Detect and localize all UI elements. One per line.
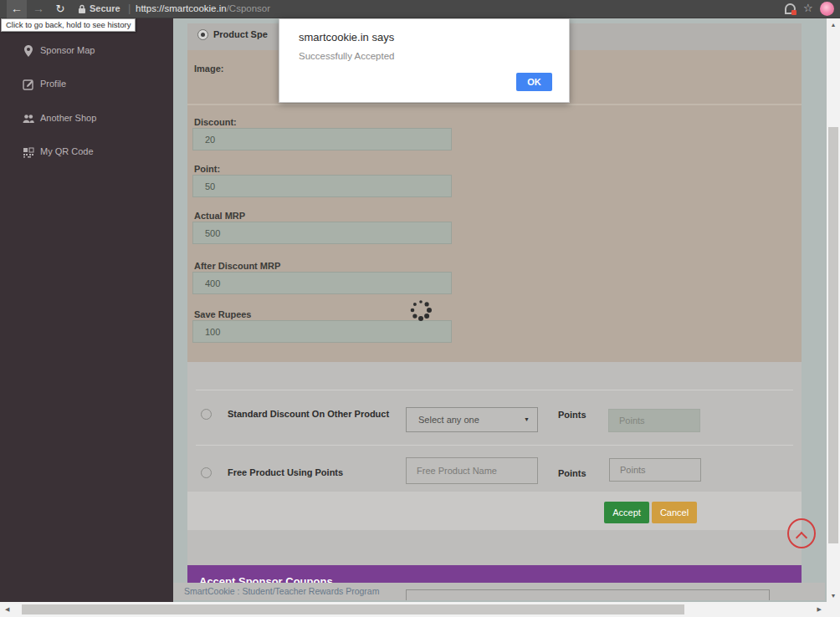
standard-discount-select[interactable]: Select any one ▼ bbox=[406, 407, 538, 432]
image-label: Image: bbox=[194, 64, 223, 74]
footer-text: SmartCookie : Student/Teacher Rewards Pr… bbox=[184, 586, 379, 596]
free-product-radio[interactable] bbox=[201, 467, 212, 478]
scrollbar-corner bbox=[827, 602, 840, 617]
cancel-button[interactable]: Cancel bbox=[652, 502, 697, 523]
actual-mrp-input[interactable] bbox=[192, 222, 452, 244]
sidebar-item-label: Another Shop bbox=[40, 113, 96, 123]
standard-points-input[interactable] bbox=[608, 409, 700, 432]
bookmark-star-icon[interactable]: ☆ bbox=[803, 2, 813, 14]
chevron-up-icon bbox=[796, 532, 807, 543]
action-button-band: Accept Cancel bbox=[187, 492, 802, 530]
sidebar-item-label: My QR Code bbox=[40, 146, 94, 156]
discount-label: Discount: bbox=[194, 117, 237, 127]
page-background-right-strip bbox=[802, 18, 827, 583]
standard-discount-label: Standard Discount On Other Product bbox=[228, 409, 389, 419]
profile-avatar[interactable] bbox=[820, 2, 834, 16]
loading-spinner-icon bbox=[408, 298, 433, 323]
back-button[interactable]: ← bbox=[7, 0, 27, 18]
separator bbox=[196, 445, 793, 446]
forward-button[interactable]: → bbox=[28, 0, 49, 18]
accept-coupon-panel: Product Spe Image: Discount: Point: Actu… bbox=[187, 23, 802, 583]
after-discount-mrp-label: After Discount MRP bbox=[194, 261, 280, 271]
separator bbox=[196, 390, 793, 390]
product-specific-label: Product Spe bbox=[213, 29, 268, 39]
discount-input[interactable] bbox=[192, 128, 452, 150]
address-bar[interactable]: https://smartcookie.in/Csponsor bbox=[136, 3, 270, 13]
horizontal-scroll-thumb[interactable] bbox=[22, 604, 684, 614]
free-product-name-input[interactable] bbox=[406, 457, 538, 484]
page-footer: SmartCookie : Student/Teacher Rewards Pr… bbox=[173, 583, 825, 600]
footer-box bbox=[406, 589, 770, 600]
sidebar-item-profile[interactable]: Profile bbox=[0, 75, 173, 95]
scroll-to-top-button[interactable] bbox=[787, 518, 816, 548]
alert-ok-button[interactable]: OK bbox=[516, 73, 552, 91]
url-origin: https://smartcookie.in bbox=[136, 3, 227, 13]
free-points-label: Points bbox=[558, 468, 586, 478]
notification-dot bbox=[791, 10, 796, 15]
scroll-left-arrow[interactable]: ◀ bbox=[5, 606, 9, 613]
vertical-scroll-thumb[interactable] bbox=[828, 127, 838, 543]
secure-badge: Secure bbox=[90, 3, 120, 13]
alert-dialog: smartcookie.in says Successfully Accepte… bbox=[279, 18, 570, 103]
page-background-left-strip bbox=[173, 18, 187, 600]
users-icon bbox=[22, 112, 35, 125]
url-path: /Csponsor bbox=[227, 3, 270, 13]
point-input[interactable] bbox=[192, 175, 452, 197]
section-title: Accept Sponsor Coupons bbox=[199, 575, 333, 583]
qr-code-icon bbox=[22, 145, 35, 159]
horizontal-scrollbar[interactable]: ◀ ▶ bbox=[0, 602, 827, 617]
select-value: Select any one bbox=[418, 415, 479, 425]
back-button-tooltip: Click to go back, hold to see history bbox=[1, 18, 136, 32]
sidebar: Sponsor Map Profile Another Shop My QR C… bbox=[0, 18, 173, 602]
lock-icon bbox=[78, 4, 86, 14]
free-product-label: Free Product Using Points bbox=[228, 467, 343, 477]
alert-message: Successfully Accepted bbox=[299, 51, 394, 61]
product-specific-radio[interactable] bbox=[197, 29, 208, 40]
standard-discount-radio[interactable] bbox=[201, 409, 212, 420]
extension-badge-icon[interactable] bbox=[785, 3, 796, 14]
chevron-down-icon: ▼ bbox=[524, 416, 530, 422]
map-marker-icon bbox=[22, 44, 35, 58]
accept-button[interactable]: Accept bbox=[604, 502, 649, 523]
scroll-up-arrow[interactable]: ▲ bbox=[827, 22, 840, 28]
save-rupees-label: Save Rupees bbox=[194, 309, 251, 319]
browser-toolbar: ← → ↻ Secure | https://smartcookie.in/Cs… bbox=[0, 0, 840, 18]
after-discount-mrp-input[interactable] bbox=[192, 272, 452, 294]
accept-sponsor-coupons-bar: Accept Sponsor Coupons bbox=[187, 565, 802, 583]
reload-button[interactable]: ↻ bbox=[50, 0, 70, 18]
vertical-scrollbar[interactable]: ▲ ▼ bbox=[827, 18, 840, 602]
alert-title: smartcookie.in says bbox=[299, 31, 394, 43]
actual-mrp-label: Actual MRP bbox=[194, 211, 245, 221]
standard-points-label: Points bbox=[558, 410, 586, 420]
sidebar-item-label: Profile bbox=[40, 79, 66, 89]
free-points-input[interactable] bbox=[609, 458, 701, 482]
image-row-divider bbox=[187, 104, 802, 105]
scroll-right-arrow[interactable]: ▶ bbox=[817, 606, 822, 613]
save-rupees-input[interactable] bbox=[192, 320, 452, 343]
sidebar-item-sponsor-map[interactable]: Sponsor Map bbox=[0, 42, 173, 62]
sidebar-item-my-qr-code[interactable]: My QR Code bbox=[0, 143, 173, 163]
sidebar-item-label: Sponsor Map bbox=[40, 45, 95, 55]
point-label: Point: bbox=[194, 164, 220, 174]
edit-icon bbox=[22, 78, 35, 91]
url-divider: | bbox=[128, 2, 131, 14]
scroll-down-arrow[interactable]: ▼ bbox=[827, 593, 840, 599]
sidebar-item-another-shop[interactable]: Another Shop bbox=[0, 110, 173, 130]
